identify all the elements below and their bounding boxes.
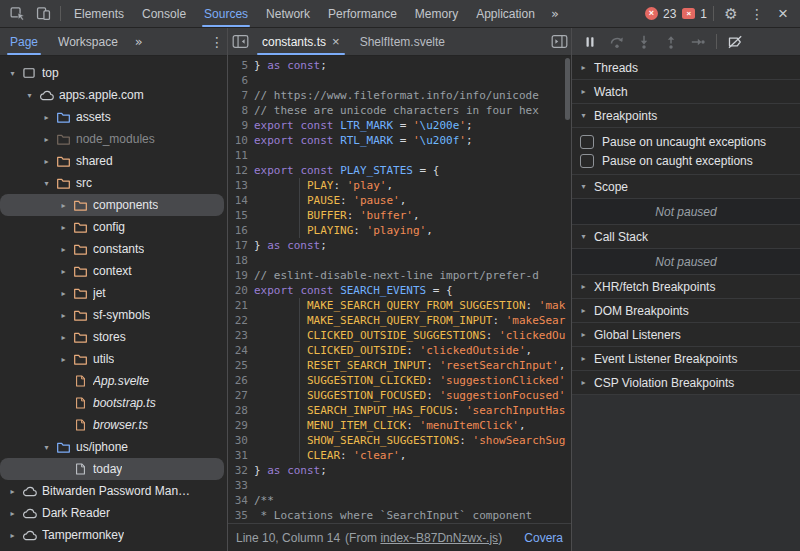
checkbox-pause-on-caught-exceptions[interactable]: Pause on caught exceptions	[572, 151, 800, 170]
more-navigator-tabs-chevron[interactable]: »	[128, 34, 150, 49]
tree-expander-down[interactable]: ▾	[23, 91, 36, 100]
navigator-tab-page[interactable]: Page	[0, 28, 48, 55]
editor-tab-shelfitem-svelte[interactable]: ShelfItem.svelte	[350, 28, 455, 55]
code-line[interactable]: 13 PLAY: 'play',	[228, 178, 571, 193]
tree-item-utils[interactable]: ▸utils	[0, 348, 224, 370]
line-number[interactable]: 26	[228, 373, 248, 388]
line-number[interactable]: 15	[228, 208, 248, 223]
line-number[interactable]: 31	[228, 448, 248, 463]
line-number[interactable]: 35	[228, 508, 248, 523]
code-line[interactable]: 24 CLICKED_OUTSIDE: 'clickedOutside',	[228, 343, 571, 358]
code-line[interactable]: 5} as const;	[228, 58, 571, 73]
code-line[interactable]: 22 MAKE_SEARCH_QUERY_FROM_INPUT: 'makeSe…	[228, 313, 571, 328]
editor-scrollbar[interactable]	[565, 58, 570, 120]
code-line[interactable]: 19// eslint-disable-next-line import/pre…	[228, 268, 571, 283]
code-line[interactable]: 10export const RTL_MARK = '\u200f';	[228, 133, 571, 148]
code-line[interactable]: 12export const PLAY_STATES = {	[228, 163, 571, 178]
code-line[interactable]: 34/**	[228, 493, 571, 508]
section-breakpoints[interactable]: ▾Breakpoints	[572, 104, 800, 128]
tree-item-config[interactable]: ▸config	[0, 216, 224, 238]
tree-item-bootstrap-ts[interactable]: bootstrap.ts	[0, 392, 224, 414]
line-number[interactable]: 13	[228, 178, 248, 193]
code-line[interactable]: 25 RESET_SEARCH_INPUT: 'resetSearchInput…	[228, 358, 571, 373]
more-menu-icon[interactable]: ⋮	[744, 2, 770, 26]
line-number[interactable]: 27	[228, 388, 248, 403]
code-line[interactable]: 29 MENU_ITEM_CLICK: 'menuItemClick',	[228, 418, 571, 433]
tree-expander-down[interactable]: ▾	[40, 179, 53, 188]
source-map-file-link[interactable]: index~B87DnNzwx-.js	[380, 531, 498, 545]
code-line[interactable]: 35 * Locations where `SearchInput` compo…	[228, 508, 571, 523]
navigator-menu-icon[interactable]: ⋮	[207, 30, 227, 54]
tree-item-dark-reader[interactable]: ▸Dark Reader	[0, 502, 224, 524]
navigator-tab-workspace[interactable]: Workspace	[48, 28, 128, 55]
tree-expander-right[interactable]: ▸	[57, 267, 70, 276]
tree-expander-down[interactable]: ▾	[40, 443, 53, 452]
code-line[interactable]: 15 BUFFER: 'buffer',	[228, 208, 571, 223]
section-csp-violation-breakpoints[interactable]: ▸CSP Violation Breakpoints	[572, 371, 800, 395]
devtools-tab-elements[interactable]: Elements	[65, 0, 133, 27]
section-scope[interactable]: ▾Scope	[572, 175, 800, 199]
code-line[interactable]: 9export const LTR_MARK = '\u200e';	[228, 118, 571, 133]
code-line[interactable]: 27 SUGGESTION_FOCUSED: 'suggestionFocuse…	[228, 388, 571, 403]
pause-icon[interactable]	[577, 30, 603, 54]
line-number[interactable]: 32	[228, 463, 248, 478]
tree-expander-right[interactable]: ▸	[57, 201, 70, 210]
checkbox-icon[interactable]	[580, 154, 594, 168]
devtools-tab-application[interactable]: Application	[467, 0, 544, 27]
tree-item-constants[interactable]: ▸constants	[0, 238, 224, 260]
line-number[interactable]: 23	[228, 328, 248, 343]
line-number[interactable]: 25	[228, 358, 248, 373]
tree-expander-right[interactable]: ▸	[57, 245, 70, 254]
toggle-navigator-icon[interactable]	[228, 30, 252, 54]
tree-item-bitwarden-password-man[interactable]: ▸Bitwarden Password Man…	[0, 480, 224, 502]
section-threads[interactable]: ▸Threads	[572, 56, 800, 80]
tree-item-us-iphone[interactable]: ▾us/iphone	[0, 436, 224, 458]
line-number[interactable]: 24	[228, 343, 248, 358]
more-panels-chevron[interactable]: »	[544, 6, 566, 21]
code-line[interactable]: 6	[228, 73, 571, 88]
code-line[interactable]: 33	[228, 478, 571, 493]
code-line[interactable]: 11	[228, 148, 571, 163]
code-line[interactable]: 20export const SEARCH_EVENTS = {	[228, 283, 571, 298]
tree-expander-right[interactable]: ▸	[57, 223, 70, 232]
line-number[interactable]: 28	[228, 403, 248, 418]
checkbox-pause-on-uncaught-exceptions[interactable]: Pause on uncaught exceptions	[572, 132, 800, 151]
tree-expander-right[interactable]: ▸	[57, 311, 70, 320]
devtools-tab-sources[interactable]: Sources	[195, 0, 257, 27]
tree-item-top[interactable]: ▾top	[0, 62, 224, 84]
tree-expander-right[interactable]: ▸	[40, 157, 53, 166]
code-line[interactable]: 14 PAUSE: 'pause',	[228, 193, 571, 208]
device-toolbar-icon[interactable]	[30, 2, 56, 26]
tree-expander-right[interactable]: ▸	[57, 355, 70, 364]
devtools-tab-console[interactable]: Console	[133, 0, 195, 27]
code-line[interactable]: 16 PLAYING: 'playing',	[228, 223, 571, 238]
tree-expander-down[interactable]: ▾	[6, 69, 19, 78]
tree-expander-right[interactable]: ▸	[6, 487, 19, 496]
line-number[interactable]: 10	[228, 133, 248, 148]
devtools-tab-network[interactable]: Network	[257, 0, 319, 27]
tree-item-src[interactable]: ▾src	[0, 172, 224, 194]
line-number[interactable]: 17	[228, 238, 248, 253]
settings-gear-icon[interactable]: ⚙	[718, 2, 744, 26]
devtools-tab-performance[interactable]: Performance	[319, 0, 406, 27]
line-number[interactable]: 33	[228, 478, 248, 493]
tree-expander-right[interactable]: ▸	[40, 113, 53, 122]
tree-expander-right[interactable]: ▸	[6, 509, 19, 518]
section-call-stack[interactable]: ▾Call Stack	[572, 225, 800, 249]
line-number[interactable]: 34	[228, 493, 248, 508]
tree-item-today[interactable]: today	[0, 458, 224, 480]
section-xhr-fetch-breakpoints[interactable]: ▸XHR/fetch Breakpoints	[572, 275, 800, 299]
tree-expander-right[interactable]: ▸	[40, 135, 53, 144]
code-line[interactable]: 31 CLEAR: 'clear',	[228, 448, 571, 463]
toggle-debugger-sidebar-icon[interactable]	[547, 30, 571, 54]
section-dom-breakpoints[interactable]: ▸DOM Breakpoints	[572, 299, 800, 323]
line-number[interactable]: 11	[228, 148, 248, 163]
checkbox-icon[interactable]	[580, 135, 594, 149]
line-number[interactable]: 14	[228, 193, 248, 208]
inspect-element-icon[interactable]	[4, 2, 30, 26]
tree-item-assets[interactable]: ▸assets	[0, 106, 224, 128]
deactivate-breakpoints-icon[interactable]	[722, 30, 748, 54]
code-line[interactable]: 30 SHOW_SEARCH_SUGGESTIONS: 'showSearchS…	[228, 433, 571, 448]
line-number[interactable]: 20	[228, 283, 248, 298]
close-devtools-icon[interactable]: ×	[770, 2, 796, 26]
